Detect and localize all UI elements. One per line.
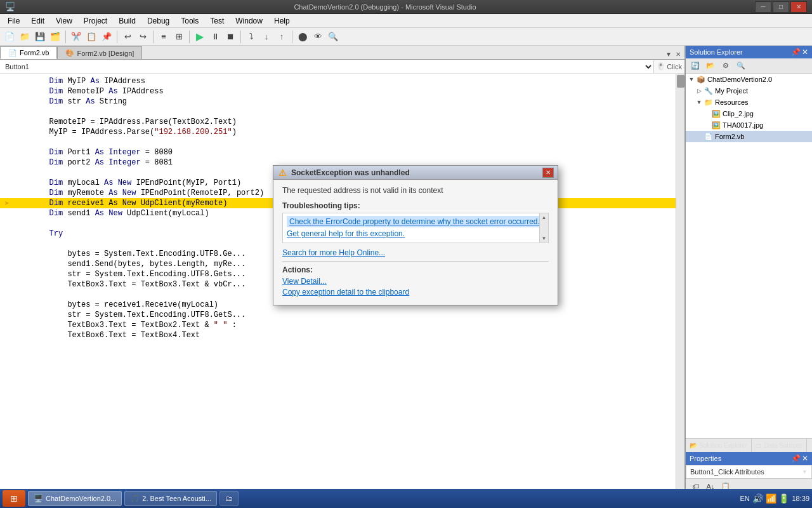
- code-scrollbar[interactable]: [676, 74, 684, 494]
- properties-panel: Properties 📌 ✕ Button1_Click Attributes …: [685, 452, 812, 494]
- tree-item-form2[interactable]: 📄 Form2.vb: [686, 131, 812, 142]
- props-header: Properties 📌 ✕: [686, 452, 812, 465]
- start-button[interactable]: ⊞: [3, 490, 25, 507]
- menu-tools[interactable]: Tools: [176, 15, 204, 27]
- tb-undo[interactable]: ↩: [121, 30, 134, 44]
- tb-step-in[interactable]: ↓: [259, 30, 273, 44]
- exc-title: ⚠ SocketException was unhandled: [277, 168, 410, 178]
- tha0017-icon: 🖼️: [712, 121, 721, 130]
- window-controls: ─ □ ✕: [755, 1, 807, 13]
- sol-tab-datasources[interactable]: 🗃 Data Sources: [752, 439, 807, 452]
- tb-align[interactable]: ⊞: [172, 30, 186, 44]
- exc-scrollbar[interactable]: ▲ ▼: [539, 213, 548, 243]
- tb-step-over[interactable]: ⤵: [244, 30, 258, 44]
- exc-tip-2[interactable]: Get general help for this exception.: [287, 229, 544, 238]
- exc-title-bar: ⚠ SocketException was unhandled ✕: [273, 166, 558, 180]
- code-line-6: MyIP = IPAddress.Parse("192.168.200.251"…: [0, 127, 676, 137]
- menu-window[interactable]: Window: [230, 15, 268, 27]
- props-close-button[interactable]: ✕: [802, 454, 808, 463]
- menu-edit[interactable]: Edit: [26, 15, 49, 27]
- exception-dialog: ⚠ SocketException was unhandled ✕ The re…: [273, 165, 558, 305]
- sol-show-all[interactable]: 📂: [704, 59, 717, 73]
- tree-item-solution[interactable]: ▼ 📦 ChatDemoVertion2.0: [686, 74, 812, 85]
- myproject-icon: 🔧: [704, 86, 713, 95]
- scrollbar-down-arrow[interactable]: ▼: [542, 236, 547, 241]
- sol-properties[interactable]: ⚙: [719, 59, 733, 73]
- code-line-5: RemoteIP = IPAddress.Parse(TextBox2.Text…: [0, 117, 676, 127]
- exc-view-detail[interactable]: View Detail...: [282, 277, 549, 286]
- menu-view[interactable]: View: [51, 15, 77, 27]
- tb-breakpoint[interactable]: ⬤: [296, 30, 310, 44]
- props-object-dropdown[interactable]: Button1_Click Attributes ▼: [686, 465, 812, 479]
- menu-test[interactable]: Test: [205, 15, 229, 27]
- myproject-label: My Project: [715, 87, 748, 95]
- scrollbar-up-arrow[interactable]: ▲: [542, 215, 547, 220]
- sol-tab-explorer[interactable]: 📂 Solution Explorer: [686, 439, 752, 452]
- tb-save-all[interactable]: 🗂️: [48, 30, 62, 44]
- tree-item-tha0017[interactable]: 🖼️ THA0017.jpg: [686, 119, 812, 131]
- class-dropdown[interactable]: Button1: [0, 60, 654, 73]
- sol-pin-button[interactable]: 📌: [791, 48, 801, 57]
- tab-list-button[interactable]: ▼: [664, 50, 673, 59]
- exc-body: The requested address is not valid in it…: [273, 180, 558, 305]
- click-icon: 🖱️: [657, 62, 665, 70]
- menu-project[interactable]: Project: [79, 15, 112, 27]
- tb-sep1: [65, 30, 66, 43]
- tree-item-resources[interactable]: ▼ 📁 Resources: [686, 97, 812, 108]
- system-tray-icons: 🔊 📶 🔋: [752, 493, 790, 504]
- tb-redo[interactable]: ↪: [136, 30, 150, 44]
- tree-item-myproject[interactable]: ▷ 🔧 My Project: [686, 85, 812, 97]
- tb-stop[interactable]: ⏹: [223, 30, 237, 44]
- tb-save[interactable]: 💾: [33, 30, 47, 44]
- menu-build[interactable]: Build: [114, 15, 141, 27]
- extra-icon: 🗂: [225, 494, 233, 503]
- maximize-button[interactable]: □: [773, 1, 789, 13]
- close-button[interactable]: ✕: [790, 1, 807, 13]
- tb-new[interactable]: 📄: [3, 30, 16, 44]
- taskbar-time: 18:39: [792, 495, 809, 502]
- tb-step-out[interactable]: ↑: [275, 30, 289, 44]
- current-line-arrow: ➤: [1, 198, 13, 209]
- minimize-button[interactable]: ─: [755, 1, 771, 13]
- title-bar: 🖥️ ChatDemoVertion2.0 (Debugging) - Micr…: [0, 0, 812, 14]
- sol-close-button[interactable]: ✕: [802, 48, 808, 57]
- expand-solution: ▼: [688, 76, 695, 83]
- exc-tip-1[interactable]: Check the ErrorCode property to determin…: [287, 216, 544, 227]
- sol-refresh[interactable]: 🔄: [688, 59, 702, 73]
- scrollbar-thumb[interactable]: [677, 75, 684, 88]
- tb-copy[interactable]: 📋: [84, 30, 98, 44]
- resources-label: Resources: [715, 98, 749, 106]
- taskbar-item-music[interactable]: 🎵 2. Best Teen Acousti...: [124, 491, 217, 506]
- tb-sep6: [292, 30, 292, 43]
- tb-locals[interactable]: 🔍: [326, 30, 340, 44]
- taskbar-item-chatdemo[interactable]: 🖥️ ChatDemoVertion2.0...: [28, 491, 122, 506]
- tab-close-all-button[interactable]: ✕: [674, 50, 682, 59]
- tab-form2-design[interactable]: 🎨 Form2.vb [Design]: [57, 46, 142, 59]
- solution-explorer-panel: Solution Explorer 📌 ✕ 🔄 📂 ⚙ 🔍 ▼ 📦 ChatDe…: [685, 46, 812, 452]
- tb-paste[interactable]: 📌: [100, 30, 114, 44]
- tb-play[interactable]: ▶: [193, 30, 207, 44]
- props-dropdown-arrow: ▼: [802, 469, 808, 475]
- tb-pause[interactable]: ⏸: [208, 30, 222, 44]
- tree-item-clip2[interactable]: 🖼️ Clip_2.jpg: [686, 108, 812, 119]
- tb-format[interactable]: ≡: [157, 30, 171, 44]
- tb-cut[interactable]: ✂️: [69, 30, 83, 44]
- sol-tab-explorer-icon: 📂: [690, 442, 697, 449]
- taskbar-extra-btn[interactable]: 🗂: [219, 491, 239, 506]
- props-pin-button[interactable]: 📌: [791, 454, 801, 463]
- menu-help[interactable]: Help: [269, 15, 295, 27]
- tb-open[interactable]: 📁: [18, 30, 32, 44]
- tab-icon: 📄: [8, 49, 17, 57]
- tb-watch[interactable]: 👁: [311, 30, 325, 44]
- tb-sep4: [189, 30, 190, 43]
- sol-filter[interactable]: 🔍: [734, 59, 748, 73]
- exc-search-link[interactable]: Search for more Help Online...: [282, 248, 549, 257]
- solution-explorer-header: Solution Explorer 📌 ✕: [686, 46, 812, 58]
- tab-form2-vb[interactable]: 📄 Form2.vb: [0, 46, 57, 59]
- exc-copy-detail[interactable]: Copy exception detail to the clipboard: [282, 288, 549, 297]
- exc-close-button[interactable]: ✕: [542, 168, 554, 178]
- music-icon: 🎵: [130, 494, 140, 503]
- menu-debug[interactable]: Debug: [142, 15, 174, 27]
- menu-file[interactable]: File: [3, 15, 25, 27]
- form2-icon: 📄: [704, 132, 713, 141]
